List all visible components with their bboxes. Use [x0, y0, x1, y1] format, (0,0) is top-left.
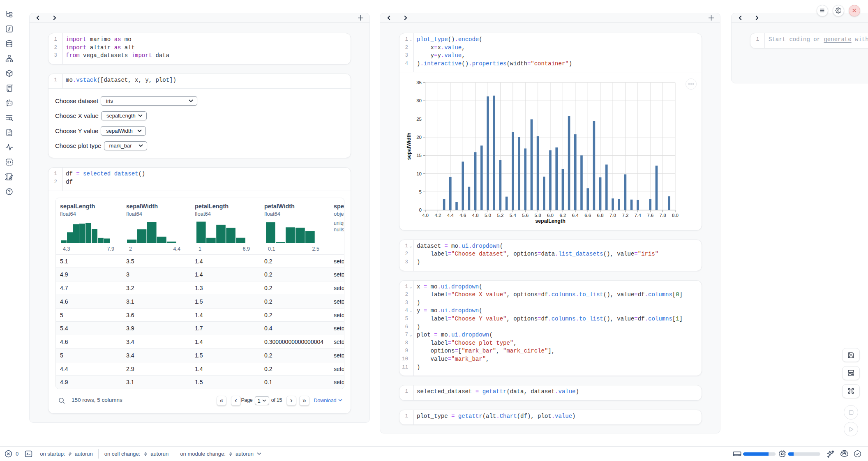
svg-text:7.8: 7.8: [660, 213, 666, 218]
svg-text:5.4: 5.4: [510, 213, 517, 218]
svg-text:0: 0: [419, 208, 422, 213]
svg-text:5.2: 5.2: [497, 213, 503, 218]
svg-text:4.0: 4.0: [422, 213, 429, 218]
svg-text:25: 25: [416, 117, 422, 122]
svg-text:sepalLength: sepalLength: [535, 218, 566, 224]
svg-text:sepalWidth: sepalWidth: [406, 133, 412, 160]
svg-text:7.2: 7.2: [622, 213, 628, 218]
svg-text:6.4: 6.4: [572, 213, 579, 218]
svg-text:4.6: 4.6: [459, 213, 466, 218]
svg-text:7.0: 7.0: [609, 213, 616, 218]
svg-text:20: 20: [416, 135, 422, 140]
svg-text:4.4: 4.4: [447, 213, 454, 218]
svg-text:8.0: 8.0: [672, 213, 679, 218]
svg-text:5.6: 5.6: [522, 213, 529, 218]
svg-text:7.6: 7.6: [647, 213, 653, 218]
svg-text:35: 35: [416, 80, 422, 85]
svg-text:4.2: 4.2: [434, 213, 441, 218]
svg-text:6.8: 6.8: [597, 213, 604, 218]
svg-text:30: 30: [416, 99, 422, 104]
svg-text:5: 5: [419, 189, 422, 194]
svg-text:6.0: 6.0: [547, 213, 554, 218]
svg-text:5.8: 5.8: [535, 213, 541, 218]
svg-text:15: 15: [416, 153, 422, 158]
svg-text:4.8: 4.8: [472, 213, 479, 218]
svg-text:6.6: 6.6: [584, 213, 591, 218]
svg-text:7.4: 7.4: [635, 213, 642, 218]
svg-text:10: 10: [416, 171, 422, 176]
svg-text:5.0: 5.0: [485, 213, 491, 218]
svg-text:6.2: 6.2: [559, 213, 566, 218]
